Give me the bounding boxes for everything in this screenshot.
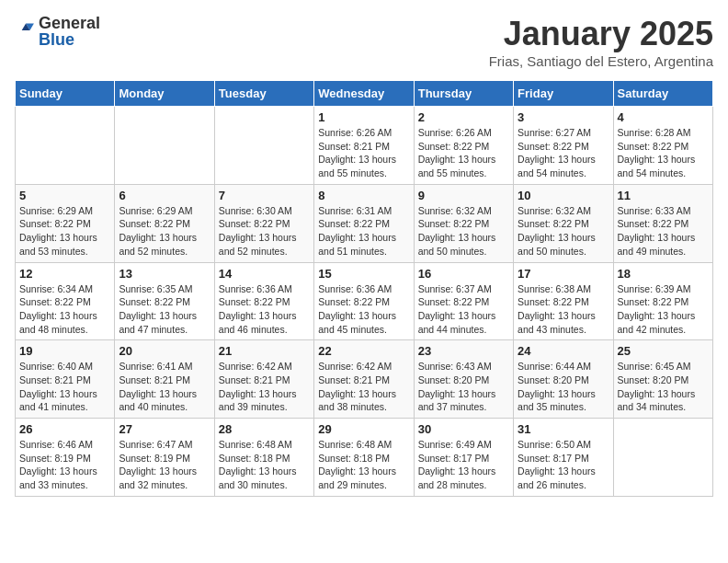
day-info: Sunrise: 6:27 AM Sunset: 8:22 PM Dayligh… [518, 126, 609, 180]
day-number: 10 [518, 189, 609, 202]
calendar-week-row: 1Sunrise: 6:26 AM Sunset: 8:21 PM Daylig… [16, 107, 713, 185]
day-number: 25 [618, 344, 709, 358]
day-number: 29 [318, 422, 409, 436]
calendar-cell [214, 107, 313, 185]
day-number: 3 [518, 110, 609, 124]
header: General Blue January 2025 Frias, Santiag… [15, 15, 713, 69]
title-area: January 2025 Frias, Santiago del Estero,… [489, 15, 713, 69]
calendar-cell: 13Sunrise: 6:35 AM Sunset: 8:22 PM Dayli… [115, 262, 214, 340]
calendar-cell: 8Sunrise: 6:31 AM Sunset: 8:22 PM Daylig… [314, 184, 414, 262]
calendar-cell: 16Sunrise: 6:37 AM Sunset: 8:22 PM Dayli… [414, 262, 513, 340]
calendar-cell: 26Sunrise: 6:46 AM Sunset: 8:19 PM Dayli… [16, 419, 115, 497]
calendar-table: SundayMondayTuesdayWednesdayThursdayFrid… [15, 80, 713, 497]
day-info: Sunrise: 6:35 AM Sunset: 8:22 PM Dayligh… [119, 282, 210, 337]
logo-general-text: General [39, 15, 100, 31]
calendar-header-tuesday: Tuesday [214, 81, 313, 107]
day-number: 9 [418, 189, 509, 202]
day-info: Sunrise: 6:46 AM Sunset: 8:19 PM Dayligh… [19, 438, 110, 492]
calendar-cell: 10Sunrise: 6:32 AM Sunset: 8:22 PM Dayli… [514, 184, 613, 262]
calendar-cell: 17Sunrise: 6:38 AM Sunset: 8:22 PM Dayli… [514, 262, 613, 340]
day-info: Sunrise: 6:38 AM Sunset: 8:22 PM Dayligh… [518, 282, 609, 337]
day-number: 19 [19, 344, 110, 358]
calendar-cell: 5Sunrise: 6:29 AM Sunset: 8:22 PM Daylig… [16, 184, 115, 262]
day-info: Sunrise: 6:36 AM Sunset: 8:22 PM Dayligh… [318, 282, 409, 337]
calendar-cell: 24Sunrise: 6:44 AM Sunset: 8:20 PM Dayli… [514, 340, 613, 419]
logo: General Blue [15, 15, 100, 48]
calendar-cell: 14Sunrise: 6:36 AM Sunset: 8:22 PM Dayli… [214, 262, 313, 340]
calendar-header-thursday: Thursday [414, 81, 513, 107]
calendar-header-wednesday: Wednesday [314, 81, 414, 107]
day-number: 21 [219, 344, 310, 358]
day-number: 8 [318, 189, 409, 202]
day-info: Sunrise: 6:32 AM Sunset: 8:22 PM Dayligh… [518, 204, 609, 259]
day-info: Sunrise: 6:37 AM Sunset: 8:22 PM Dayligh… [418, 282, 509, 337]
calendar-week-row: 19Sunrise: 6:40 AM Sunset: 8:21 PM Dayli… [16, 340, 713, 419]
calendar-header-monday: Monday [115, 81, 214, 107]
day-info: Sunrise: 6:48 AM Sunset: 8:18 PM Dayligh… [318, 438, 409, 492]
calendar-cell [115, 107, 214, 185]
calendar-header-row: SundayMondayTuesdayWednesdayThursdayFrid… [16, 81, 713, 107]
calendar-header-friday: Friday [514, 81, 613, 107]
day-info: Sunrise: 6:49 AM Sunset: 8:17 PM Dayligh… [418, 438, 509, 492]
logo-blue-text: Blue [39, 31, 100, 48]
day-info: Sunrise: 6:30 AM Sunset: 8:22 PM Dayligh… [219, 204, 310, 259]
calendar-cell: 12Sunrise: 6:34 AM Sunset: 8:22 PM Dayli… [16, 262, 115, 340]
day-info: Sunrise: 6:44 AM Sunset: 8:20 PM Dayligh… [518, 360, 609, 414]
calendar-cell: 9Sunrise: 6:32 AM Sunset: 8:22 PM Daylig… [414, 184, 513, 262]
day-number: 11 [618, 189, 709, 202]
calendar-cell: 28Sunrise: 6:48 AM Sunset: 8:18 PM Dayli… [214, 419, 313, 497]
day-number: 17 [518, 267, 609, 281]
day-number: 15 [318, 267, 409, 281]
day-info: Sunrise: 6:26 AM Sunset: 8:21 PM Dayligh… [318, 126, 409, 180]
calendar-cell: 29Sunrise: 6:48 AM Sunset: 8:18 PM Dayli… [314, 419, 414, 497]
calendar-cell [16, 107, 115, 185]
day-number: 30 [418, 422, 509, 436]
calendar-cell: 31Sunrise: 6:50 AM Sunset: 8:17 PM Dayli… [514, 419, 613, 497]
day-number: 27 [119, 422, 210, 436]
day-number: 24 [518, 344, 609, 358]
calendar-cell: 3Sunrise: 6:27 AM Sunset: 8:22 PM Daylig… [514, 107, 613, 185]
day-info: Sunrise: 6:36 AM Sunset: 8:22 PM Dayligh… [219, 282, 310, 337]
calendar-cell: 15Sunrise: 6:36 AM Sunset: 8:22 PM Dayli… [314, 262, 414, 340]
day-info: Sunrise: 6:29 AM Sunset: 8:22 PM Dayligh… [19, 204, 110, 259]
main-title: January 2025 [489, 15, 713, 53]
calendar-cell: 27Sunrise: 6:47 AM Sunset: 8:19 PM Dayli… [115, 419, 214, 497]
day-number: 20 [119, 344, 210, 358]
day-number: 16 [418, 267, 509, 281]
calendar-header-sunday: Sunday [16, 81, 115, 107]
calendar-cell [613, 419, 712, 497]
calendar-cell: 4Sunrise: 6:28 AM Sunset: 8:22 PM Daylig… [613, 107, 712, 185]
subtitle: Frias, Santiago del Estero, Argentina [489, 53, 713, 69]
day-number: 2 [418, 110, 509, 124]
calendar-cell: 22Sunrise: 6:42 AM Sunset: 8:21 PM Dayli… [314, 340, 414, 419]
day-number: 13 [119, 267, 210, 281]
calendar-cell: 6Sunrise: 6:29 AM Sunset: 8:22 PM Daylig… [115, 184, 214, 262]
calendar-cell: 7Sunrise: 6:30 AM Sunset: 8:22 PM Daylig… [214, 184, 313, 262]
day-number: 4 [618, 110, 709, 124]
day-info: Sunrise: 6:39 AM Sunset: 8:22 PM Dayligh… [618, 282, 709, 337]
calendar-cell: 30Sunrise: 6:49 AM Sunset: 8:17 PM Dayli… [414, 419, 513, 497]
calendar-cell: 11Sunrise: 6:33 AM Sunset: 8:22 PM Dayli… [613, 184, 712, 262]
day-number: 26 [19, 422, 110, 436]
day-number: 7 [219, 189, 310, 202]
calendar-cell: 21Sunrise: 6:42 AM Sunset: 8:21 PM Dayli… [214, 340, 313, 419]
day-info: Sunrise: 6:42 AM Sunset: 8:21 PM Dayligh… [318, 360, 409, 414]
day-number: 31 [518, 422, 609, 436]
day-number: 1 [318, 110, 409, 124]
calendar-cell: 23Sunrise: 6:43 AM Sunset: 8:20 PM Dayli… [414, 340, 513, 419]
calendar-week-row: 26Sunrise: 6:46 AM Sunset: 8:19 PM Dayli… [16, 419, 713, 497]
day-number: 5 [19, 189, 110, 202]
day-info: Sunrise: 6:34 AM Sunset: 8:22 PM Dayligh… [19, 282, 110, 337]
calendar-week-row: 12Sunrise: 6:34 AM Sunset: 8:22 PM Dayli… [16, 262, 713, 340]
calendar-header-saturday: Saturday [613, 81, 712, 107]
calendar-cell: 19Sunrise: 6:40 AM Sunset: 8:21 PM Dayli… [16, 340, 115, 419]
calendar-cell: 1Sunrise: 6:26 AM Sunset: 8:21 PM Daylig… [314, 107, 414, 185]
logo-icon [15, 19, 35, 40]
day-info: Sunrise: 6:47 AM Sunset: 8:19 PM Dayligh… [119, 438, 210, 492]
day-info: Sunrise: 6:31 AM Sunset: 8:22 PM Dayligh… [318, 204, 409, 259]
day-info: Sunrise: 6:29 AM Sunset: 8:22 PM Dayligh… [119, 204, 210, 259]
day-info: Sunrise: 6:50 AM Sunset: 8:17 PM Dayligh… [518, 438, 609, 492]
calendar-cell: 2Sunrise: 6:26 AM Sunset: 8:22 PM Daylig… [414, 107, 513, 185]
day-number: 28 [219, 422, 310, 436]
day-info: Sunrise: 6:26 AM Sunset: 8:22 PM Dayligh… [418, 126, 509, 180]
